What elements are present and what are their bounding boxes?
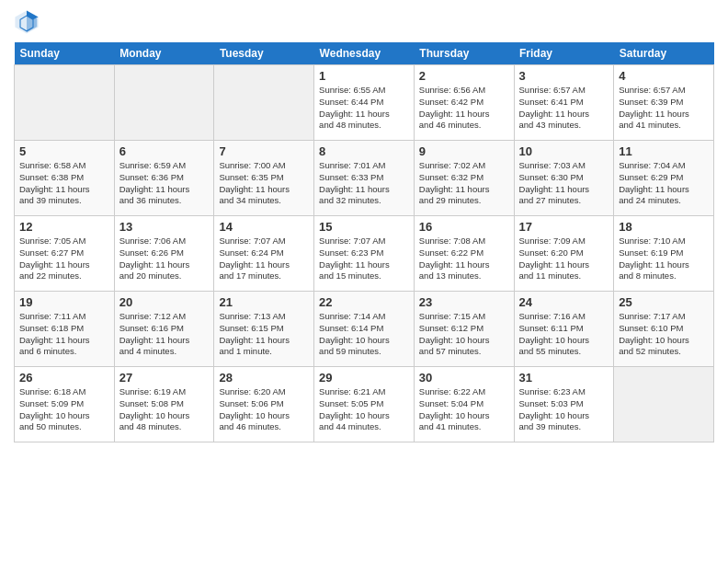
day-info: Sunrise: 6:55 AM Sunset: 6:44 PM Dayligh…: [319, 85, 409, 132]
calendar-cell: [214, 65, 314, 141]
logo: [14, 9, 41, 35]
calendar-cell: 2Sunrise: 6:56 AM Sunset: 6:42 PM Daylig…: [414, 65, 514, 141]
day-info: Sunrise: 6:59 AM Sunset: 6:36 PM Dayligh…: [119, 160, 210, 207]
day-info: Sunrise: 7:12 AM Sunset: 6:16 PM Dayligh…: [119, 311, 210, 358]
day-info: Sunrise: 7:06 AM Sunset: 6:26 PM Dayligh…: [119, 236, 210, 282]
day-number: 13: [119, 220, 210, 234]
calendar-cell: 28Sunrise: 6:20 AM Sunset: 5:06 PM Dayli…: [214, 367, 314, 442]
day-number: 11: [619, 144, 709, 158]
day-info: Sunrise: 7:01 AM Sunset: 6:33 PM Dayligh…: [319, 160, 409, 207]
day-info: Sunrise: 7:15 AM Sunset: 6:12 PM Dayligh…: [419, 311, 509, 358]
day-number: 6: [119, 144, 210, 158]
day-number: 15: [319, 220, 409, 234]
calendar-cell: 17Sunrise: 7:09 AM Sunset: 6:20 PM Dayli…: [514, 216, 614, 292]
day-number: 21: [219, 295, 309, 309]
day-info: Sunrise: 7:07 AM Sunset: 6:24 PM Dayligh…: [219, 236, 309, 282]
calendar-body: 1Sunrise: 6:55 AM Sunset: 6:44 PM Daylig…: [15, 65, 714, 442]
day-info: Sunrise: 6:57 AM Sunset: 6:39 PM Dayligh…: [619, 85, 709, 132]
day-number: 10: [519, 144, 609, 158]
day-info: Sunrise: 7:02 AM Sunset: 6:32 PM Dayligh…: [419, 160, 509, 207]
calendar-cell: 16Sunrise: 7:08 AM Sunset: 6:22 PM Dayli…: [414, 216, 514, 292]
calendar-cell: 18Sunrise: 7:10 AM Sunset: 6:19 PM Dayli…: [614, 216, 714, 292]
calendar-cell: 30Sunrise: 6:22 AM Sunset: 5:04 PM Dayli…: [414, 367, 514, 442]
day-info: Sunrise: 7:08 AM Sunset: 6:22 PM Dayligh…: [419, 236, 509, 282]
day-number: 17: [519, 220, 609, 234]
calendar-header: SundayMondayTuesdayWednesdayThursdayFrid…: [15, 42, 714, 65]
day-number: 27: [119, 371, 210, 385]
calendar-week-4: 19Sunrise: 7:11 AM Sunset: 6:18 PM Dayli…: [15, 292, 714, 367]
main-container: SundayMondayTuesdayWednesdayThursdayFrid…: [0, 0, 728, 452]
day-number: 8: [319, 144, 409, 158]
calendar-cell: 4Sunrise: 6:57 AM Sunset: 6:39 PM Daylig…: [614, 65, 714, 141]
day-number: 29: [319, 371, 409, 385]
calendar-table: SundayMondayTuesdayWednesdayThursdayFrid…: [14, 42, 714, 442]
day-number: 19: [19, 295, 109, 309]
calendar-cell: [114, 65, 214, 141]
day-number: 16: [419, 220, 509, 234]
weekday-header-friday: Friday: [514, 42, 614, 65]
day-info: Sunrise: 7:10 AM Sunset: 6:19 PM Dayligh…: [619, 236, 709, 282]
calendar-cell: 31Sunrise: 6:23 AM Sunset: 5:03 PM Dayli…: [514, 367, 614, 442]
calendar-week-5: 26Sunrise: 6:18 AM Sunset: 5:09 PM Dayli…: [15, 367, 714, 442]
calendar-cell: 5Sunrise: 6:58 AM Sunset: 6:38 PM Daylig…: [15, 141, 115, 216]
calendar-cell: 25Sunrise: 7:17 AM Sunset: 6:10 PM Dayli…: [614, 292, 714, 367]
day-info: Sunrise: 6:20 AM Sunset: 5:06 PM Dayligh…: [219, 386, 309, 433]
day-info: Sunrise: 6:56 AM Sunset: 6:42 PM Dayligh…: [419, 85, 509, 132]
calendar-cell: 11Sunrise: 7:04 AM Sunset: 6:29 PM Dayli…: [614, 141, 714, 216]
day-info: Sunrise: 7:07 AM Sunset: 6:23 PM Dayligh…: [319, 236, 409, 282]
day-info: Sunrise: 7:14 AM Sunset: 6:14 PM Dayligh…: [319, 311, 409, 358]
calendar-cell: 21Sunrise: 7:13 AM Sunset: 6:15 PM Dayli…: [214, 292, 314, 367]
day-number: 4: [619, 69, 709, 83]
weekday-header-row: SundayMondayTuesdayWednesdayThursdayFrid…: [15, 42, 714, 65]
day-number: 7: [219, 144, 309, 158]
calendar-cell: 22Sunrise: 7:14 AM Sunset: 6:14 PM Dayli…: [314, 292, 415, 367]
calendar-cell: 24Sunrise: 7:16 AM Sunset: 6:11 PM Dayli…: [514, 292, 614, 367]
day-info: Sunrise: 7:16 AM Sunset: 6:11 PM Dayligh…: [519, 311, 609, 358]
calendar-week-1: 1Sunrise: 6:55 AM Sunset: 6:44 PM Daylig…: [15, 65, 714, 141]
calendar-cell: 10Sunrise: 7:03 AM Sunset: 6:30 PM Dayli…: [514, 141, 614, 216]
weekday-header-thursday: Thursday: [414, 42, 514, 65]
day-info: Sunrise: 6:58 AM Sunset: 6:38 PM Dayligh…: [19, 160, 109, 207]
weekday-header-monday: Monday: [114, 42, 214, 65]
day-info: Sunrise: 6:22 AM Sunset: 5:04 PM Dayligh…: [419, 386, 509, 433]
calendar-cell: 27Sunrise: 6:19 AM Sunset: 5:08 PM Dayli…: [114, 367, 214, 442]
day-number: 12: [19, 220, 109, 234]
day-info: Sunrise: 7:00 AM Sunset: 6:35 PM Dayligh…: [219, 160, 309, 207]
calendar-cell: 12Sunrise: 7:05 AM Sunset: 6:27 PM Dayli…: [15, 216, 115, 292]
day-number: 22: [319, 295, 409, 309]
calendar-week-3: 12Sunrise: 7:05 AM Sunset: 6:27 PM Dayli…: [15, 216, 714, 292]
weekday-header-saturday: Saturday: [614, 42, 714, 65]
day-info: Sunrise: 6:23 AM Sunset: 5:03 PM Dayligh…: [519, 386, 609, 433]
day-number: 26: [19, 371, 109, 385]
day-info: Sunrise: 6:19 AM Sunset: 5:08 PM Dayligh…: [119, 386, 210, 433]
calendar-cell: 6Sunrise: 6:59 AM Sunset: 6:36 PM Daylig…: [114, 141, 214, 216]
calendar-cell: [614, 367, 714, 442]
weekday-header-tuesday: Tuesday: [214, 42, 314, 65]
calendar-cell: 13Sunrise: 7:06 AM Sunset: 6:26 PM Dayli…: [114, 216, 214, 292]
day-info: Sunrise: 7:11 AM Sunset: 6:18 PM Dayligh…: [19, 311, 109, 358]
calendar-week-2: 5Sunrise: 6:58 AM Sunset: 6:38 PM Daylig…: [15, 141, 714, 216]
day-number: 2: [419, 69, 509, 83]
day-number: 23: [419, 295, 509, 309]
day-info: Sunrise: 7:17 AM Sunset: 6:10 PM Dayligh…: [619, 311, 709, 358]
calendar-cell: 7Sunrise: 7:00 AM Sunset: 6:35 PM Daylig…: [214, 141, 314, 216]
calendar-cell: 23Sunrise: 7:15 AM Sunset: 6:12 PM Dayli…: [414, 292, 514, 367]
calendar-cell: 20Sunrise: 7:12 AM Sunset: 6:16 PM Dayli…: [114, 292, 214, 367]
day-info: Sunrise: 6:18 AM Sunset: 5:09 PM Dayligh…: [19, 386, 109, 433]
calendar-cell: 1Sunrise: 6:55 AM Sunset: 6:44 PM Daylig…: [314, 65, 415, 141]
day-number: 14: [219, 220, 309, 234]
day-info: Sunrise: 6:21 AM Sunset: 5:05 PM Dayligh…: [319, 386, 409, 433]
day-info: Sunrise: 7:09 AM Sunset: 6:20 PM Dayligh…: [519, 236, 609, 282]
day-info: Sunrise: 7:04 AM Sunset: 6:29 PM Dayligh…: [619, 160, 709, 207]
calendar-cell: 29Sunrise: 6:21 AM Sunset: 5:05 PM Dayli…: [314, 367, 415, 442]
day-number: 9: [419, 144, 509, 158]
calendar-cell: 19Sunrise: 7:11 AM Sunset: 6:18 PM Dayli…: [15, 292, 115, 367]
calendar-cell: 3Sunrise: 6:57 AM Sunset: 6:41 PM Daylig…: [514, 65, 614, 141]
header: [14, 9, 714, 35]
calendar-cell: 14Sunrise: 7:07 AM Sunset: 6:24 PM Dayli…: [214, 216, 314, 292]
day-number: 31: [519, 371, 609, 385]
calendar-cell: 8Sunrise: 7:01 AM Sunset: 6:33 PM Daylig…: [314, 141, 415, 216]
day-info: Sunrise: 7:13 AM Sunset: 6:15 PM Dayligh…: [219, 311, 309, 358]
day-number: 18: [619, 220, 709, 234]
day-number: 25: [619, 295, 709, 309]
